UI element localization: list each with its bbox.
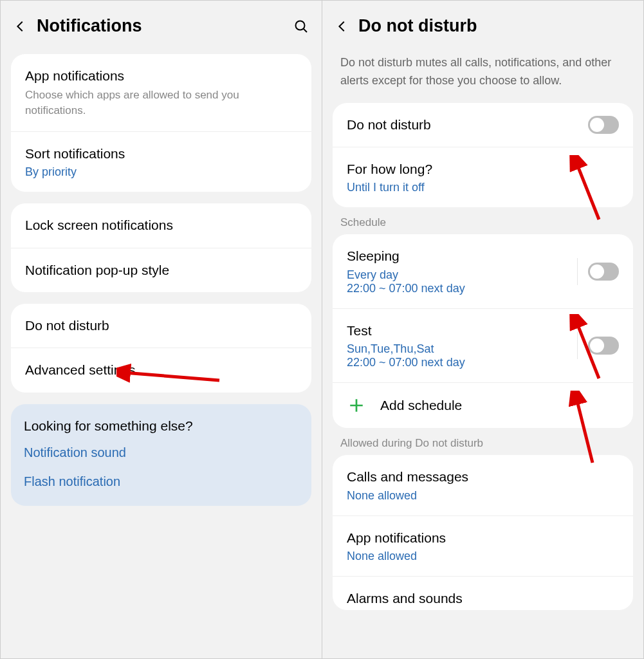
dnd-screen: Do not disturb Do not disturb mutes all … [322, 1, 643, 658]
row-dnd-toggle[interactable]: Do not disturb [333, 103, 633, 147]
row-calls-messages[interactable]: Calls and messages None allowed [333, 455, 633, 515]
link-notification-sound[interactable]: Notification sound [24, 445, 299, 460]
schedule-days: Sun,Tue,Thu,Sat [347, 342, 567, 356]
dnd-toggle[interactable] [588, 116, 619, 134]
row-how-long[interactable]: For how long? Until I turn it off [333, 147, 633, 207]
row-value: Until I turn it off [347, 181, 619, 194]
row-sort-notifications[interactable]: Sort notifications By priority [11, 131, 311, 192]
card-lock-popup: Lock screen notifications Notification p… [11, 203, 311, 292]
row-title: App notifications [25, 67, 297, 85]
row-test[interactable]: Test Sun,Tue,Thu,Sat 22:00 ~ 07:00 next … [333, 308, 633, 382]
schedule-time: 22:00 ~ 07:00 next day [347, 282, 567, 295]
row-title: Alarms and sounds [347, 589, 619, 608]
separator [577, 332, 578, 359]
row-app-notifications[interactable]: App notifications None allowed [333, 515, 633, 576]
highlight-title: Looking for something else? [24, 418, 299, 434]
row-title: App notifications [347, 529, 619, 547]
row-subtitle: Choose which apps are allowed to send yo… [25, 88, 297, 118]
row-title: Calls and messages [347, 468, 619, 486]
row-alarms-sounds[interactable]: Alarms and sounds [333, 576, 633, 610]
test-toggle[interactable] [588, 337, 619, 355]
card-schedule: Sleeping Every day 22:00 ~ 07:00 next da… [333, 234, 633, 428]
back-icon[interactable] [14, 19, 28, 33]
schedule-time: 22:00 ~ 07:00 next day [347, 356, 567, 369]
card-dnd-advanced: Do not disturb Advanced settings [11, 304, 311, 393]
row-title: For how long? [347, 160, 619, 178]
link-flash-notification[interactable]: Flash notification [24, 474, 299, 489]
row-value: None allowed [347, 489, 619, 503]
card-allowed: Calls and messages None allowed App noti… [333, 455, 633, 610]
schedule-days: Every day [347, 268, 567, 282]
svg-point-0 [296, 21, 305, 30]
row-value: None allowed [347, 550, 619, 563]
row-advanced-settings[interactable]: Advanced settings [11, 348, 311, 392]
row-title: Advanced settings [25, 361, 297, 379]
row-value: By priority [25, 165, 297, 179]
header: Notifications [1, 1, 322, 54]
row-add-schedule[interactable]: Add schedule [333, 382, 633, 428]
card-app-sort: App notifications Choose which apps are … [11, 54, 311, 192]
section-schedule: Schedule [322, 207, 643, 234]
search-icon[interactable] [293, 19, 309, 34]
add-label: Add schedule [380, 398, 462, 413]
separator [577, 258, 578, 285]
plus-icon [348, 397, 365, 414]
page-title: Do not disturb [358, 16, 630, 36]
section-allowed: Allowed during Do not disturb [322, 428, 643, 455]
row-title: Sort notifications [25, 145, 297, 163]
row-title: Do not disturb [347, 116, 578, 134]
row-do-not-disturb[interactable]: Do not disturb [11, 304, 311, 348]
dnd-description: Do not disturb mutes all calls, notifica… [322, 54, 643, 103]
row-title: Notification pop-up style [25, 261, 297, 279]
sleeping-toggle[interactable] [588, 263, 619, 281]
row-lock-screen[interactable]: Lock screen notifications [11, 203, 311, 247]
row-sleeping[interactable]: Sleeping Every day 22:00 ~ 07:00 next da… [333, 234, 633, 308]
row-app-notifications[interactable]: App notifications Choose which apps are … [11, 54, 311, 131]
row-title: Sleeping [347, 247, 567, 265]
page-title: Notifications [37, 16, 284, 36]
card-dnd-toggle: Do not disturb For how long? Until I tur… [333, 103, 633, 208]
svg-line-1 [304, 28, 308, 32]
row-title: Do not disturb [25, 317, 297, 335]
back-icon[interactable] [335, 19, 349, 33]
header: Do not disturb [322, 1, 643, 54]
row-title: Lock screen notifications [25, 216, 297, 234]
card-looking-for: Looking for something else? Notification… [11, 404, 311, 506]
notifications-screen: Notifications App notifications Choose w… [1, 1, 322, 658]
row-title: Test [347, 322, 567, 340]
row-popup-style[interactable]: Notification pop-up style [11, 248, 311, 292]
